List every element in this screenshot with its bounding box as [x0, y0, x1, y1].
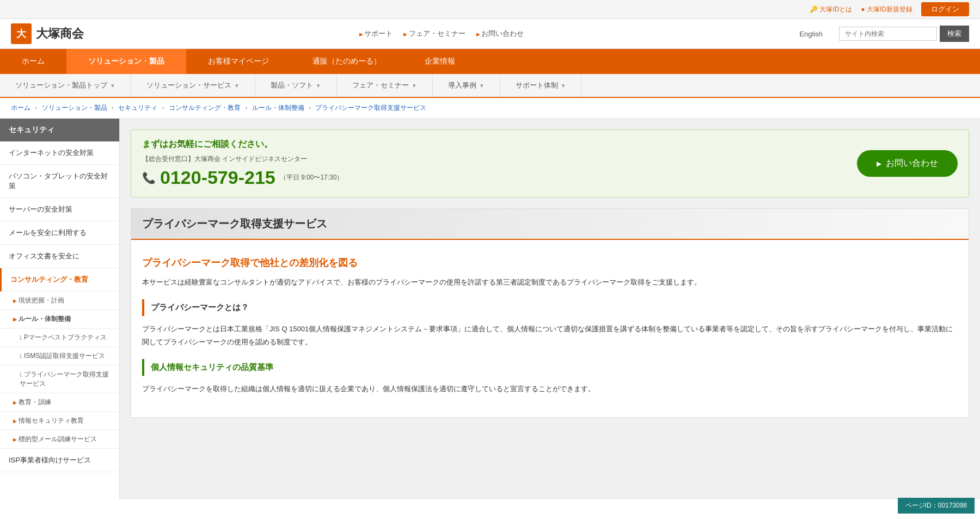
- breadcrumb-rules[interactable]: ルール・体制整備: [252, 104, 304, 112]
- sidebar-item-server[interactable]: サーバーの安全対策: [0, 198, 119, 221]
- logo-icon: 大: [11, 23, 32, 44]
- sub-nav-products-arrow: ▼: [316, 83, 321, 89]
- block1-heading: プライバシーマークとは？: [142, 299, 958, 316]
- otsuka-id-link[interactable]: 🔑 大塚IDとは: [810, 5, 852, 14]
- sub-nav-cases-arrow: ▼: [479, 83, 485, 89]
- search-input[interactable]: [839, 27, 937, 41]
- breadcrumb-solutions[interactable]: ソリューション・製品: [42, 104, 107, 112]
- breadcrumb-current[interactable]: プライバシーマーク取得支援サービス: [315, 104, 426, 112]
- sub-nav-service-arrow: ▼: [234, 83, 240, 89]
- sub-nav-products[interactable]: 製品・ソフト ▼: [255, 74, 337, 97]
- phone-hours: （平日 9:00〜17:30）: [280, 173, 344, 182]
- sub-nav-support-arrow: ▼: [561, 83, 566, 89]
- block2-text: プライバシーマークを取得した組織は個人情報を適切に扱える企業であり、個人情報保護…: [142, 382, 958, 395]
- nav-solutions[interactable]: ソリューション・製品: [66, 49, 186, 74]
- sidebar-sub-rules[interactable]: ルール・体制整備: [0, 310, 119, 329]
- section1-text: 本サービスは経験豊富なコンサルタントが適切なアドバイスで、お客様のプライバシーマ…: [142, 276, 958, 288]
- sidebar-item-office[interactable]: オフィス文書を安全に: [0, 245, 119, 268]
- contact-heading: まずはお気軽にご相談ください。: [142, 139, 857, 150]
- sub-nav-fair-arrow: ▼: [412, 83, 417, 89]
- search-area: 検索: [839, 26, 969, 42]
- sub-nav-fair[interactable]: フェア・セミナー ▼: [337, 74, 433, 97]
- header: 大 大塚商会 サポート フェア・セミナー お問い合わせ English 検索: [0, 19, 980, 49]
- page-box: プライバシーマーク取得支援サービス プライバシーマーク取得で他社との差別化を図る…: [131, 208, 969, 418]
- breadcrumb-consulting[interactable]: コンサルティング・教育: [169, 104, 241, 112]
- content-wrapper: セキュリティ インターネットの安全対策 パソコン・タブレットの安全対策 サーバー…: [0, 119, 980, 499]
- sub-nav-top-arrow: ▼: [110, 83, 115, 89]
- contact-left: まずはお気軽にご相談ください。 【総合受付窓口】大塚商会 インサイドビジネスセン…: [142, 139, 857, 188]
- header-nav-support[interactable]: サポート: [359, 29, 393, 39]
- sub-nav-service[interactable]: ソリューション・サービス ▼: [131, 74, 255, 97]
- sidebar-item-consulting[interactable]: コンサルティング・教育: [0, 268, 119, 292]
- sidebar-item-internet[interactable]: インターネットの安全対策: [0, 141, 119, 165]
- top-bar: 🔑 大塚IDとは ● 大塚ID新規登録 ログイン: [0, 0, 980, 19]
- page-title: プライバシーマーク取得支援サービス: [142, 217, 958, 231]
- sidebar-sub-targeted[interactable]: 標的型メール訓練サービス: [0, 430, 119, 449]
- sidebar-item-isp[interactable]: ISP事業者様向けサービス: [0, 449, 119, 472]
- header-nav: サポート フェア・セミナー お問い合わせ: [100, 29, 783, 39]
- sub-nav-support[interactable]: サポート体制 ▼: [500, 74, 582, 97]
- sidebar-sub-pmark-best[interactable]: Pマークベストプラクティス: [0, 329, 119, 347]
- breadcrumb-security[interactable]: セキュリティ: [118, 104, 157, 112]
- contact-phone: 📞 0120-579-215 （平日 9:00〜17:30）: [142, 167, 857, 188]
- sub-nav: ソリューション・製品トップ ▼ ソリューション・サービス ▼ 製品・ソフト ▼ …: [0, 74, 980, 98]
- search-button[interactable]: 検索: [940, 26, 969, 42]
- header-nav-fair[interactable]: フェア・セミナー: [403, 29, 465, 39]
- block2-heading: 個人情報セキュリティの品質基準: [142, 359, 958, 376]
- sidebar-item-pc[interactable]: パソコン・タブレットの安全対策: [0, 165, 119, 198]
- sub-nav-cases[interactable]: 導入事例 ▼: [433, 74, 500, 97]
- contact-sub: 【総合受付窓口】大塚商会 インサイドビジネスセンター: [142, 155, 857, 164]
- main-nav: ホーム ソリューション・製品 お客様マイページ 通販（たのめーる） 企業情報: [0, 49, 980, 74]
- logo-text: 大塚商会: [36, 26, 84, 42]
- nav-mypage[interactable]: お客様マイページ: [186, 49, 291, 74]
- nav-tanomail[interactable]: 通販（たのめーる）: [291, 49, 403, 74]
- block1-text: プライバシーマークとは日本工業規格「JIS Q 15001個人情報保護マネジメン…: [142, 323, 958, 348]
- breadcrumb-home[interactable]: ホーム: [11, 104, 30, 112]
- login-button[interactable]: ログイン: [921, 2, 969, 16]
- sidebar-item-mail[interactable]: メールを安全に利用する: [0, 221, 119, 245]
- logo[interactable]: 大 大塚商会: [11, 23, 84, 44]
- sidebar-sub-education[interactable]: 教育・訓練: [0, 393, 119, 412]
- phone-number: 0120-579-215: [160, 167, 275, 188]
- contact-button[interactable]: お問い合わせ: [857, 150, 958, 177]
- page-id-badge: ページID：00173098: [898, 498, 975, 499]
- contact-box: まずはお気軽にご相談ください。 【総合受付窓口】大塚商会 インサイドビジネスセン…: [131, 129, 969, 197]
- page-body: プライバシーマーク取得で他社との差別化を図る 本サービスは経験豊富なコンサルタン…: [131, 240, 969, 417]
- lang-english[interactable]: English: [799, 30, 823, 38]
- header-nav-contact[interactable]: お問い合わせ: [476, 29, 524, 39]
- sidebar-sub-info-sec[interactable]: 情報セキュリティ教育: [0, 412, 119, 430]
- main-content: まずはお気軽にご相談ください。 【総合受付窓口】大塚商会 インサイドビジネスセン…: [120, 119, 980, 499]
- otsuka-id-new-link[interactable]: ● 大塚ID新規登録: [861, 5, 912, 14]
- sub-nav-top[interactable]: ソリューション・製品トップ ▼: [0, 74, 131, 97]
- sidebar: セキュリティ インターネットの安全対策 パソコン・タブレットの安全対策 サーバー…: [0, 119, 120, 499]
- page-title-bar: プライバシーマーク取得支援サービス: [131, 209, 969, 240]
- nav-home[interactable]: ホーム: [0, 49, 66, 74]
- sidebar-sub-isms[interactable]: ISMS認証取得支援サービス: [0, 347, 119, 366]
- sidebar-title: セキュリティ: [0, 119, 119, 141]
- sidebar-sub-privacy[interactable]: プライバシーマーク取得支援サービス: [0, 366, 119, 393]
- breadcrumb: ホーム › ソリューション・製品 › セキュリティ › コンサルティング・教育 …: [0, 98, 980, 119]
- nav-company[interactable]: 企業情報: [403, 49, 477, 74]
- sidebar-sub-assessment[interactable]: 現状把握・計画: [0, 292, 119, 310]
- section1-heading: プライバシーマーク取得で他社との差別化を図る: [142, 256, 958, 269]
- phone-icon: 📞: [142, 171, 156, 184]
